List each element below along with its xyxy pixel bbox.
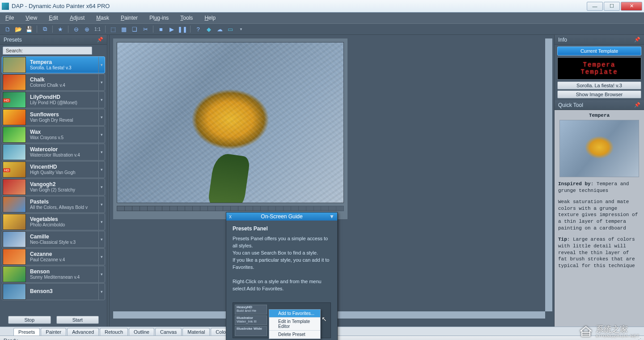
screen-icon[interactable]: ▭ bbox=[226, 25, 234, 33]
preset-item-vincenthd[interactable]: HDVincentHDHigh Quality Van Gogh▾ bbox=[2, 161, 105, 178]
menu-plugins[interactable]: Plug-ins bbox=[148, 14, 169, 22]
current-template-button[interactable]: Current Template bbox=[557, 47, 641, 55]
preset-dropdown-icon[interactable]: ▾ bbox=[98, 179, 105, 195]
scrollbar-vertical[interactable] bbox=[545, 38, 552, 311]
preset-item-wax[interactable]: WaxWax Crayons v.5▾ bbox=[2, 126, 105, 143]
preset-name: Vangogh2 bbox=[30, 182, 95, 187]
menu-mask[interactable]: Mask bbox=[95, 14, 110, 22]
preset-item-tempera[interactable]: TemperaSorolla. La fiesta! v.3▾ bbox=[2, 56, 105, 73]
select-icon[interactable]: ⬚ bbox=[109, 25, 117, 33]
open-icon[interactable]: 📂 bbox=[14, 25, 22, 33]
preset-dropdown-icon[interactable]: ▾ bbox=[98, 231, 105, 247]
preset-item-pastels[interactable]: PastelsAll the Colors, Allways Bold v▾ bbox=[2, 196, 105, 213]
canvas-image[interactable] bbox=[117, 42, 344, 203]
hd-badge: HD bbox=[3, 98, 10, 102]
preset-dropdown-icon[interactable]: ▾ bbox=[98, 284, 105, 300]
preset-item-sunflowers[interactable]: SunflowersVan Gogh Dry Reveal▾ bbox=[2, 109, 105, 126]
preset-item-vegetables[interactable]: VegetablesPhoto Arcimboldo▾ bbox=[2, 213, 105, 230]
preset-dropdown-icon[interactable]: ▾ bbox=[98, 214, 105, 230]
preset-thumbnail bbox=[3, 74, 26, 90]
menu-edit[interactable]: Edit bbox=[48, 14, 59, 22]
guide-close-icon[interactable]: x bbox=[229, 213, 232, 220]
preset-item-lilypondhd[interactable]: HDLilyPondHDLily Pond HD (@Monet)▾ bbox=[2, 91, 105, 108]
preset-dropdown-icon[interactable]: ▾ bbox=[98, 109, 105, 125]
tab-outline[interactable]: Outline bbox=[129, 328, 154, 336]
minimize-button[interactable]: — bbox=[587, 2, 603, 11]
progress-bar bbox=[117, 206, 344, 211]
preset-dropdown-icon[interactable]: ▾ bbox=[98, 162, 105, 178]
preset-dropdown-icon[interactable]: ▾ bbox=[98, 196, 105, 212]
preset-item-vangogh2[interactable]: Vangogh2Van Gogh (2) Scratchy▾ bbox=[2, 178, 105, 196]
help-icon[interactable]: ? bbox=[194, 25, 202, 33]
star-icon[interactable]: ★ bbox=[56, 25, 64, 33]
canvas-frame bbox=[113, 38, 347, 219]
menu-help[interactable]: Help bbox=[203, 14, 216, 22]
preset-dropdown-icon[interactable]: ▾ bbox=[98, 249, 105, 265]
pin-icon[interactable]: 📌 bbox=[97, 37, 103, 42]
preset-thumbnail bbox=[3, 266, 26, 282]
guide-heading: Presets Panel bbox=[233, 225, 331, 233]
preset-subtitle: Colored Chalk v.4 bbox=[30, 83, 95, 88]
preset-list: TemperaSorolla. La fiesta! v.3▾ChalkColo… bbox=[0, 56, 107, 313]
onscreen-guide: x On-Screen Guide ▼ Presets Panel Preset… bbox=[226, 212, 338, 340]
tab-canvas[interactable]: Canvas bbox=[155, 328, 182, 336]
layers-icon[interactable]: ❏ bbox=[131, 25, 139, 33]
preset-item-benson3[interactable]: Benson3▾ bbox=[2, 283, 105, 300]
pause-icon[interactable]: ❚❚ bbox=[178, 25, 186, 33]
tab-painter[interactable]: Painter bbox=[41, 328, 66, 336]
crop-icon[interactable]: ✂ bbox=[141, 25, 149, 33]
tab-retouch[interactable]: Retouch bbox=[100, 328, 128, 336]
preset-item-cezanne[interactable]: CezannePaul Cezanne v.4▾ bbox=[2, 248, 105, 265]
template-name-button[interactable]: Sorolla. La fiesta! v.3 bbox=[557, 81, 641, 89]
tab-material[interactable]: Material bbox=[182, 328, 210, 336]
preset-dropdown-icon[interactable]: ▾ bbox=[98, 57, 105, 73]
menu-painter[interactable]: Painter bbox=[120, 14, 139, 22]
menu-tools[interactable]: Tools bbox=[179, 14, 194, 22]
menu-view[interactable]: View bbox=[25, 14, 38, 22]
close-button[interactable]: ✕ bbox=[621, 2, 642, 11]
preset-item-camille[interactable]: CamilleNeo-Classical Style v.3▾ bbox=[2, 231, 105, 248]
preset-name: Tempera bbox=[30, 60, 95, 65]
play-icon[interactable]: ▶ bbox=[168, 25, 176, 33]
show-browser-button[interactable]: Show Image Browser bbox=[557, 90, 641, 98]
zoom-1to1-icon[interactable]: 1:1 bbox=[93, 25, 102, 33]
new-icon[interactable]: 🗋 bbox=[4, 25, 12, 33]
dropdown-icon[interactable]: ▼ bbox=[237, 25, 245, 33]
preset-dropdown-icon[interactable]: ▾ bbox=[98, 144, 105, 160]
menu-file[interactable]: File bbox=[4, 14, 15, 22]
guide-titlebar[interactable]: x On-Screen Guide ▼ bbox=[226, 212, 337, 221]
preset-dropdown-icon[interactable]: ▾ bbox=[98, 92, 105, 108]
preset-item-watercolor[interactable]: WatercolorWatercolor Illustration v.4▾ bbox=[2, 144, 105, 161]
zoom-out-icon[interactable]: ⊖ bbox=[72, 25, 80, 33]
preset-thumbnail bbox=[3, 214, 26, 230]
preset-dropdown-icon[interactable]: ▾ bbox=[98, 266, 105, 282]
save-icon[interactable]: 💾 bbox=[25, 25, 33, 33]
preset-dropdown-icon[interactable]: ▾ bbox=[98, 74, 105, 90]
record-icon[interactable]: ■ bbox=[157, 25, 165, 33]
toolbar: 🗋 📂 💾 ⧉ ★ ⊖ ⊕ 1:1 ⬚ ▦ ❏ ✂ ■ ▶ ❚❚ ? ◆ ☁ ▭… bbox=[0, 23, 644, 35]
pin-icon[interactable]: 📌 bbox=[634, 37, 640, 42]
grid-icon[interactable]: ▦ bbox=[120, 25, 128, 33]
tab-presets[interactable]: Presets bbox=[13, 328, 40, 336]
start-button[interactable]: Start bbox=[56, 316, 99, 324]
tab-advanced[interactable]: Advanced bbox=[67, 328, 99, 336]
preset-thumbnail bbox=[3, 57, 26, 73]
preset-item-chalk[interactable]: ChalkColored Chalk v.4▾ bbox=[2, 74, 105, 91]
cloud-icon[interactable]: ☁ bbox=[216, 25, 224, 33]
menu-adjust[interactable]: Adjust bbox=[69, 14, 85, 22]
maximize-button[interactable]: ☐ bbox=[604, 2, 620, 11]
copy-icon[interactable]: ⧉ bbox=[41, 25, 49, 33]
preset-dropdown-icon[interactable]: ▾ bbox=[98, 127, 105, 143]
preset-thumbnail bbox=[3, 109, 26, 125]
search-input[interactable]: Search: bbox=[3, 47, 92, 55]
preset-item-benson[interactable]: BensonSunny Mediterranean v.4▾ bbox=[2, 266, 105, 283]
guide-collapse-icon[interactable]: ▼ bbox=[329, 213, 335, 220]
stop-button[interactable]: Stop bbox=[8, 316, 51, 324]
diamond-icon[interactable]: ◆ bbox=[205, 25, 213, 33]
zoom-in-icon[interactable]: ⊕ bbox=[83, 25, 91, 33]
watermark-house-icon bbox=[579, 325, 593, 337]
preset-name: LilyPondHD bbox=[30, 94, 95, 100]
preset-name: Chalk bbox=[30, 77, 95, 83]
pin-icon[interactable]: 📌 bbox=[634, 102, 640, 108]
right-column: Info 📌 Current Template Tempera Template… bbox=[555, 35, 644, 327]
